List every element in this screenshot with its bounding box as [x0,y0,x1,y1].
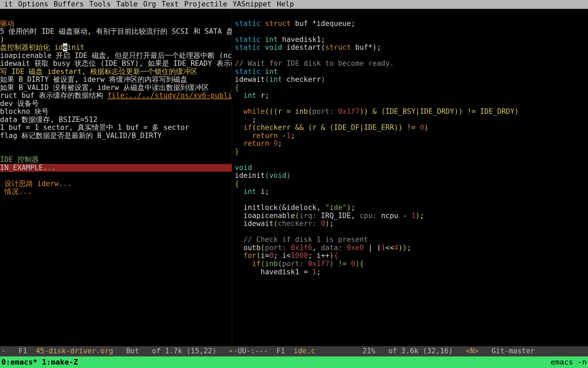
code-line: idewait(int checkerr) [235,75,325,83]
tmux-status-bar[interactable]: 0:emacs* 1:make-Z emacs -n [0,356,588,368]
code-line: return -1; [235,132,295,140]
code-line: static void idestart(struct buf*); [235,43,381,51]
code-line: static int [235,67,278,76]
org-heading: 驱动 [0,19,14,28]
org-heading: 盘控制器初始化 ideinit [0,43,84,51]
code-line: initlock(&idelock, "ide"); [235,203,355,212]
modeline-right: -UU-:--- F1 ide.c 21% of 3.6k (32,16) <N… [232,346,588,356]
code-line: havedisk1 = 1; [235,268,321,276]
org-text: 如果 B_VALID 没有被设置, iderw 从磁盘中读出数据到缓冲区 [0,83,209,92]
org-text: 5 使用的时 IDE 磁盘驱动, 有别于目前比较流行的 SCSI 和 SATA … [0,27,232,35]
menu-item[interactable]: Buffers [51,0,87,9]
file-link[interactable]: file:../../study/os/xv6-public/buf.h [107,91,232,99]
right-pane-code[interactable]: static struct buf *idequeue; static int … [232,9,588,356]
code-line: void [235,164,252,172]
code-line: if(inb(port: 0x1f7) != 0){ [235,260,364,268]
org-text: ) [0,35,4,44]
org-text: data 数据缓存, BSIZE=512 [0,116,97,124]
org-text: 如果 B_DIRTY 被设置, iderw 将缓冲区的内容写到磁盘 [0,75,187,83]
menu-item[interactable]: Options [15,0,51,9]
code-line: { [235,180,239,188]
text-cursor: e [63,43,67,51]
buffer-name: ide.c [294,347,315,355]
org-heading: 写 IDE 磁盘 idestart, 根据标志位更新一个锁住的缓冲区 [0,67,197,76]
code-line: ; [235,116,256,124]
code-line: outb(port: 0x1f6, data: 0xe0 | (1<<4)); [235,244,411,252]
org-text: ruct buf 表示缓存的数据结构 file:../../study/os/x… [0,91,232,99]
code-line: int i; [235,187,269,196]
code-line: for(i=0; i<1000; i++){ [235,251,338,260]
org-text: idewait 获取 busy 状态位 (IDE_BSY), 如果是 IDE_R… [0,59,232,67]
menu-item[interactable]: Org [141,0,159,9]
org-heading-folded[interactable]: 设计思路 iderw... [0,180,71,188]
menu-item[interactable]: it [1,0,15,9]
menu-item[interactable]: YASnippet [230,0,274,9]
buffer-name: 45-disk-driver.org [36,347,113,355]
code-line: static int havedisk1; [235,35,325,44]
org-text: ioapicenable 开启 IDE 磁盘, 但是只打开最后一个处理器中断 (… [0,51,232,60]
code-line: return 0; [235,139,282,148]
editor-split: 驱动 5 使用的时 IDE 磁盘驱动, 有别于目前比较流行的 SCSI 和 SA… [0,9,588,356]
menu-item[interactable]: Text [159,0,182,9]
code-comment: // Check if disk 1 is present [235,235,368,244]
menu-item[interactable]: Table [114,0,141,9]
org-text: dev 设备号 [0,99,39,108]
org-block-begin: IN_EXAMPLE... [0,164,232,172]
code-comment: // Wait for IDE disk to become ready. [235,59,394,67]
menu-item[interactable]: Tools [86,0,113,9]
org-text: flag 标记数据是否是最新的 B_VALID/B_DIRTY [0,132,162,140]
modeline-left: - F1 45-disk-driver.org Bot of 1.7k (15,… [0,346,232,356]
code-line: static struct buf *idequeue; [235,19,355,28]
menubar[interactable]: it Options Buffers Tools Table Org Text … [0,0,588,9]
evil-state: <N> [466,347,479,355]
code-line: while(((r = inb(port: 0x1f7)) & (IDE_BSY… [235,107,519,116]
org-text: blockno 块号 [0,107,49,116]
code-line: ioapicenable(irq: IRQ_IDE, cpu: ncpu - 1… [235,212,424,220]
org-heading-folded[interactable]: 情况... [0,187,32,196]
code-line: { [235,83,239,92]
code-line: ideinit(void) [235,171,291,180]
left-pane-org[interactable]: 驱动 5 使用的时 IDE 磁盘驱动, 有别于目前比较流行的 SCSI 和 SA… [0,9,232,356]
code-line: if(checkerr && (r & (IDE_DF|IDE_ERR)) !=… [235,123,428,132]
menu-item[interactable]: Projectile [181,0,230,9]
org-heading: IDE 控制器 [0,155,39,164]
tmux-windows[interactable]: 0:emacs* 1:make-Z [1,358,78,367]
menu-item[interactable]: Help [274,0,297,9]
code-line: idewait(checkerr: 0); [235,219,334,228]
tmux-right: emacs -n [551,358,587,367]
code-line: } [235,148,239,156]
code-line: int r; [235,91,269,99]
org-text: 1 buf = 1 sector, 真实情景中 1 buf = 多 sector [0,123,189,132]
